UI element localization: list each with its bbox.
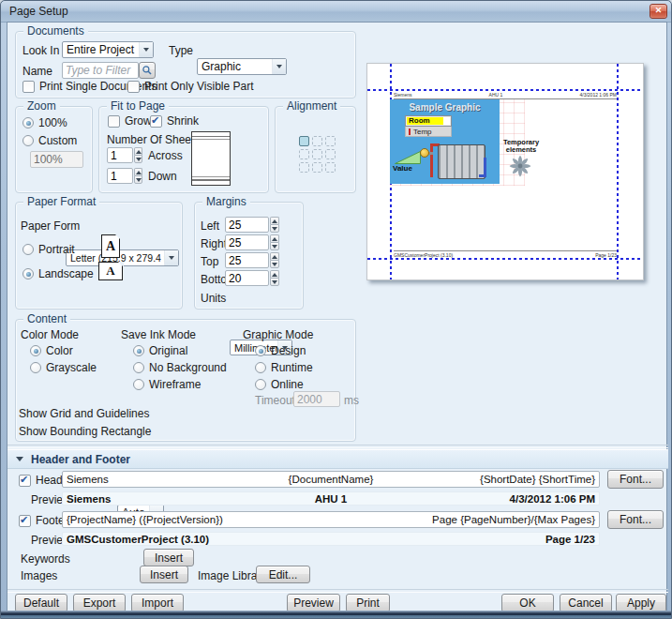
- units-label: Units: [201, 292, 226, 305]
- search-button[interactable]: [139, 62, 156, 79]
- alignment-cell-top-left[interactable]: [299, 136, 309, 146]
- title-bar[interactable]: Page Setup ✕: [1, 1, 671, 23]
- portrait-radio[interactable]: [22, 244, 34, 255]
- header-footer-expander[interactable]: Header and Footer: [7, 449, 668, 469]
- margin-top-arrows[interactable]: [270, 252, 279, 268]
- footer-font-button[interactable]: Font...: [607, 510, 664, 529]
- zoom-custom-radio[interactable]: [22, 135, 34, 146]
- alignment-cell-middle-left[interactable]: [299, 149, 309, 159]
- margin-left-arrows[interactable]: [270, 217, 279, 233]
- ok-button[interactable]: OK: [501, 594, 554, 612]
- footer-right-text: Page {PageNumber}/{Max Pages}: [331, 514, 595, 525]
- print-only-visible-label: Print Only Visible Part: [144, 80, 254, 93]
- name-filter-input[interactable]: [62, 62, 139, 79]
- margin-bottom-input[interactable]: [225, 270, 269, 286]
- timeout-input[interactable]: [293, 391, 340, 407]
- wireframe-radio[interactable]: [133, 379, 144, 390]
- grow-label: Grow: [125, 114, 152, 128]
- alignment-cell-top-center[interactable]: [312, 136, 322, 146]
- footer-template-field[interactable]: {ProjectName} ({ProjectVersion}) Page {P…: [62, 511, 600, 528]
- documents-group-label: Documents: [23, 24, 88, 38]
- zoom-custom-row: Custom: [22, 134, 77, 147]
- footer-checkbox[interactable]: [19, 515, 31, 527]
- margin-left-input[interactable]: [225, 217, 269, 233]
- header-font-button[interactable]: Font...: [607, 470, 664, 489]
- margin-bottom-arrows[interactable]: [270, 270, 279, 286]
- landscape-row: Landscape: [22, 267, 94, 280]
- search-icon: [142, 65, 153, 76]
- print-button[interactable]: Print: [346, 594, 390, 612]
- sample-graphic-title: Sample Graphic: [390, 102, 500, 113]
- header-center-text: {DocumentName}: [243, 474, 419, 485]
- original-radio[interactable]: [133, 345, 144, 356]
- header-preview-center: AHU 1: [243, 493, 419, 505]
- chevron-down-icon: [139, 42, 153, 57]
- preview-button[interactable]: Preview: [287, 594, 340, 612]
- margin-right-input[interactable]: [225, 234, 269, 250]
- look-in-select[interactable]: Entire Project: [62, 41, 154, 58]
- value-label: Value: [393, 164, 412, 173]
- no-background-label: No Background: [149, 361, 227, 374]
- margin-right-arrows[interactable]: [270, 234, 279, 250]
- alignment-cell-top-right[interactable]: [325, 136, 336, 146]
- cancel-button[interactable]: Cancel: [560, 594, 612, 612]
- images-label: Images: [21, 569, 57, 582]
- default-button[interactable]: Default: [15, 594, 67, 612]
- header-template-field[interactable]: Siemens {DocumentName} {ShortDate} {Shor…: [62, 471, 600, 488]
- alignment-cell-bottom-left[interactable]: [299, 162, 309, 173]
- images-insert-button[interactable]: Insert: [140, 566, 188, 583]
- bottombar-divider: [7, 589, 668, 593]
- zoom-100-radio[interactable]: [22, 117, 34, 128]
- export-button[interactable]: Export: [73, 594, 126, 612]
- sheets-across-input[interactable]: [107, 147, 133, 163]
- grayscale-row: Grayscale: [30, 361, 97, 374]
- red-pipe: [430, 143, 433, 177]
- window-bottom-edge: [1, 611, 671, 618]
- no-background-radio[interactable]: [133, 362, 144, 373]
- sheets-down-arrows[interactable]: [134, 168, 142, 184]
- grayscale-label: Grayscale: [46, 361, 97, 374]
- type-select[interactable]: Graphic: [197, 58, 287, 75]
- shrink-row: Shrink: [150, 114, 199, 128]
- design-radio[interactable]: [255, 345, 266, 356]
- print-only-visible-row: Print Only Visible Part: [127, 80, 254, 93]
- sheets-across-arrows[interactable]: [134, 147, 142, 163]
- keywords-insert-button[interactable]: Insert: [143, 549, 194, 566]
- alignment-cell-middle-right[interactable]: [325, 149, 336, 159]
- footer-preview-left: GMSCustomerProject (3.10): [67, 534, 331, 545]
- alignment-cell-bottom-center[interactable]: [312, 162, 322, 173]
- zoom-custom-input[interactable]: [30, 151, 83, 168]
- header-checkbox[interactable]: [19, 475, 31, 487]
- close-icon[interactable]: ✕: [650, 4, 667, 19]
- wireframe-label: Wireframe: [149, 378, 201, 391]
- grow-checkbox[interactable]: [108, 115, 120, 128]
- online-row: Online: [255, 378, 304, 391]
- page-header-right: 4/3/2012 1:06 PM: [580, 92, 617, 98]
- online-radio[interactable]: [255, 379, 266, 390]
- shrink-checkbox[interactable]: [150, 115, 162, 128]
- runtime-radio[interactable]: [255, 362, 266, 373]
- print-single-documents-checkbox[interactable]: [22, 81, 35, 93]
- value-ramp-icon: [395, 151, 421, 164]
- image-library-edit-button[interactable]: Edit...: [256, 566, 310, 583]
- landscape-radio[interactable]: [22, 268, 34, 279]
- print-only-visible-checkbox[interactable]: [127, 81, 140, 93]
- margin-left-stepper: [225, 217, 279, 233]
- margin-top-input[interactable]: [225, 252, 269, 268]
- import-button[interactable]: Import: [131, 594, 184, 612]
- alignment-cell-bottom-right[interactable]: [325, 162, 336, 173]
- design-row: Design: [255, 344, 306, 357]
- grayscale-radio[interactable]: [30, 362, 41, 373]
- type-value: Graphic: [202, 60, 272, 73]
- name-label: Name: [22, 65, 52, 78]
- no-background-row: No Background: [133, 361, 227, 374]
- alignment-group-label: Alignment: [283, 99, 340, 113]
- paper-format-group-label: Paper Format: [23, 195, 99, 208]
- apply-button[interactable]: Apply: [616, 594, 666, 612]
- color-radio[interactable]: [30, 345, 41, 356]
- margin-guide-top: [367, 89, 643, 91]
- sheets-down-input[interactable]: [107, 168, 133, 184]
- header-footer-title: Header and Footer: [31, 453, 130, 466]
- margin-guide-bottom: [367, 258, 643, 260]
- alignment-cell-middle-center[interactable]: [312, 149, 322, 159]
